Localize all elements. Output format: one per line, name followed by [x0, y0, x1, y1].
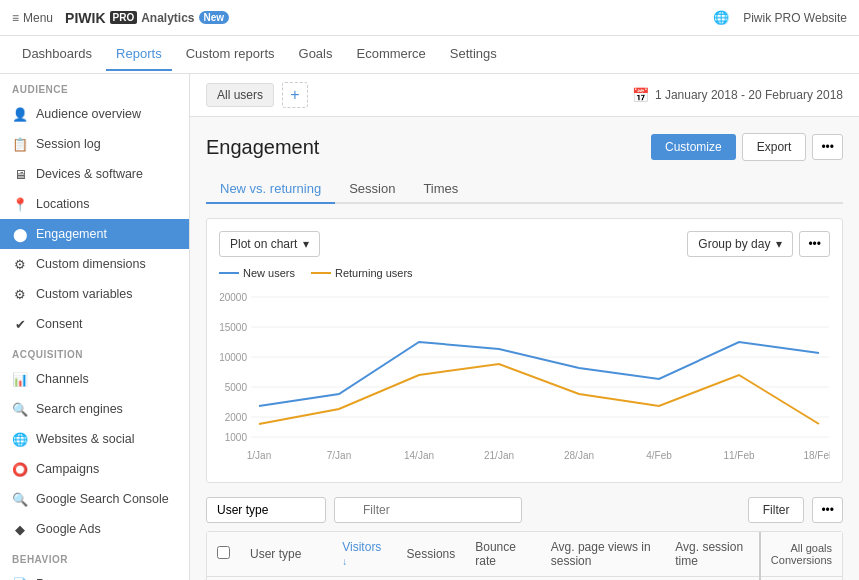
th-avg-session-time-label: Avg. session time: [675, 540, 743, 568]
segment-bar: All users + 📅 1 January 2018 - 20 Februa…: [190, 74, 859, 117]
sidebar-item-google-search-console[interactable]: 🔍 Google Search Console: [0, 484, 189, 514]
google-ads-icon: ◆: [12, 521, 28, 537]
th-user-type[interactable]: User type: [240, 532, 332, 577]
svg-text:2000: 2000: [225, 412, 248, 423]
select-all-checkbox[interactable]: [217, 546, 230, 559]
returning-users-line: [259, 364, 819, 424]
sidebar-item-consent[interactable]: ✔ Consent: [0, 309, 189, 339]
sidebar-item-channels[interactable]: 📊 Channels: [0, 364, 189, 394]
tab-new-vs-returning[interactable]: New vs. returning: [206, 175, 335, 204]
all-users-segment[interactable]: All users: [206, 83, 274, 107]
site-name[interactable]: Piwik PRO Website: [743, 11, 847, 25]
sidebar-item-label: Custom dimensions: [36, 257, 146, 271]
svg-text:28/Jan: 28/Jan: [564, 450, 594, 461]
nav-goals[interactable]: Goals: [289, 38, 343, 71]
totals-row: 211 211 38% 211 1m 32s 158: [207, 577, 842, 581]
th-sessions[interactable]: Sessions: [397, 532, 466, 577]
table-type-select[interactable]: User type: [206, 497, 326, 523]
sidebar-item-engagement[interactable]: ⬤ Engagement: [0, 219, 189, 249]
legend-returning-users-line: [311, 272, 331, 274]
filter-input-wrapper: 🔍: [334, 497, 740, 523]
all-goals-header: All goals: [771, 542, 832, 554]
chart-controls-right: Group by day ▾ •••: [687, 231, 830, 257]
segment-label: All users: [217, 88, 263, 102]
sidebar-item-label: Consent: [36, 317, 83, 331]
add-segment-button[interactable]: +: [282, 82, 308, 108]
chart-controls: Plot on chart ▾ Group by day ▾ •••: [219, 231, 830, 257]
sidebar-item-custom-variables[interactable]: ⚙ Custom variables: [0, 279, 189, 309]
date-range[interactable]: 📅 1 January 2018 - 20 February 2018: [632, 87, 843, 103]
data-table: User type Visitors ↓ Sessions Bounce rat…: [206, 531, 843, 580]
legend-new-users-line: [219, 272, 239, 274]
nav-settings[interactable]: Settings: [440, 38, 507, 71]
logo: PIWIK PRO Analytics New: [65, 10, 229, 26]
table-filter-input[interactable]: [334, 497, 522, 523]
chart-type-select[interactable]: Plot on chart ▾: [219, 231, 320, 257]
sidebar-item-search-engines[interactable]: 🔍 Search engines: [0, 394, 189, 424]
nav-reports[interactable]: Reports: [106, 38, 172, 71]
totals-user-type-cell: [240, 577, 332, 581]
custom-variables-icon: ⚙: [12, 286, 28, 302]
th-visitors[interactable]: Visitors ↓: [332, 532, 396, 577]
sidebar-item-google-ads[interactable]: ◆ Google Ads: [0, 514, 189, 544]
chart-group-select[interactable]: Group by day ▾: [687, 231, 793, 257]
conversions-label: Conversions: [771, 554, 832, 566]
logo-pro: PRO: [110, 11, 138, 24]
th-avg-page-views[interactable]: Avg. page views in session: [541, 532, 666, 577]
th-sessions-label: Sessions: [407, 547, 456, 561]
sidebar-section-audience: AUDIENCE: [0, 74, 189, 99]
logo-piwik: PIWIK: [65, 10, 105, 26]
totals-sessions-cell: 211: [397, 577, 466, 581]
nav-ecommerce[interactable]: Ecommerce: [346, 38, 435, 71]
menu-button[interactable]: ≡ Menu: [12, 11, 53, 25]
svg-text:18/Feb: 18/Feb: [803, 450, 830, 461]
websites-social-icon: 🌐: [12, 431, 28, 447]
sidebar-item-audience-overview[interactable]: 👤 Audience overview: [0, 99, 189, 129]
sidebar-item-label: Websites & social: [36, 432, 134, 446]
legend-new-users: New users: [219, 267, 295, 279]
sidebar-item-custom-dimensions[interactable]: ⚙ Custom dimensions: [0, 249, 189, 279]
sidebar-section-behavior: BEHAVIOR: [0, 544, 189, 569]
svg-text:15000: 15000: [219, 322, 247, 333]
th-bounce-rate-label: Bounce rate: [475, 540, 516, 568]
calendar-icon: 📅: [632, 87, 649, 103]
sidebar-item-websites-social[interactable]: 🌐 Websites & social: [0, 424, 189, 454]
sidebar-section-acquisition: ACQUISITION: [0, 339, 189, 364]
th-visitors-label: Visitors ↓: [342, 540, 381, 568]
nav-custom-reports[interactable]: Custom reports: [176, 38, 285, 71]
svg-text:21/Jan: 21/Jan: [484, 450, 514, 461]
svg-text:4/Feb: 4/Feb: [646, 450, 672, 461]
devices-icon: 🖥: [12, 166, 28, 182]
sidebar-item-pages[interactable]: 📄 Pages: [0, 569, 189, 580]
tab-times[interactable]: Times: [409, 175, 472, 204]
sidebar-item-session-log[interactable]: 📋 Session log: [0, 129, 189, 159]
sidebar-item-label: Search engines: [36, 402, 123, 416]
report-more-button[interactable]: •••: [812, 134, 843, 160]
th-user-type-label: User type: [250, 547, 301, 561]
sidebar-item-label: Session log: [36, 137, 101, 151]
totals-checkbox-cell: [207, 577, 240, 581]
sidebar-item-campaigns[interactable]: ⭕ Campaigns: [0, 454, 189, 484]
chart-type-chevron-icon: ▾: [303, 237, 309, 251]
chart-group-label: Group by day: [698, 237, 770, 251]
sidebar-item-devices-software[interactable]: 🖥 Devices & software: [0, 159, 189, 189]
customize-button[interactable]: Customize: [651, 134, 736, 160]
globe-icon[interactable]: 🌐: [711, 8, 731, 28]
sidebar-item-locations[interactable]: 📍 Locations: [0, 189, 189, 219]
menu-icon: ≡: [12, 11, 19, 25]
nav-dashboards[interactable]: Dashboards: [12, 38, 102, 71]
filter-button[interactable]: Filter: [748, 497, 805, 523]
report-title: Engagement: [206, 136, 319, 159]
sidebar-item-label: Engagement: [36, 227, 107, 241]
logo-analytics: Analytics: [141, 11, 194, 25]
table-more-button[interactable]: •••: [812, 497, 843, 523]
chart-legend: New users Returning users: [219, 267, 830, 279]
tab-session[interactable]: Session: [335, 175, 409, 204]
th-avg-session-time[interactable]: Avg. session time: [665, 532, 760, 577]
th-bounce-rate[interactable]: Bounce rate: [465, 532, 541, 577]
sidebar-item-label: Audience overview: [36, 107, 141, 121]
totals-avg-page-views-cell: 211: [541, 577, 666, 581]
svg-text:11/Feb: 11/Feb: [723, 450, 755, 461]
chart-more-button[interactable]: •••: [799, 231, 830, 257]
export-button[interactable]: Export: [742, 133, 807, 161]
